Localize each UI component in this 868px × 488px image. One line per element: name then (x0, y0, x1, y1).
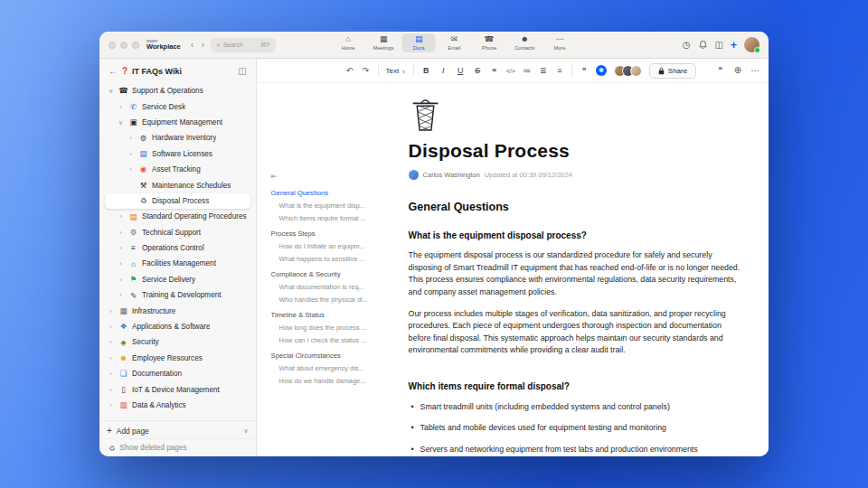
link-icon[interactable]: ⚭ (490, 67, 499, 75)
tree-chevron-icon[interactable]: › (107, 338, 115, 346)
code-icon[interactable]: </> (506, 68, 515, 74)
tree-chevron-icon[interactable]: › (117, 103, 125, 111)
outline-entry[interactable]: General Questions (271, 189, 394, 197)
tree-chevron-icon[interactable]: › (117, 229, 125, 237)
tree-chevron-icon[interactable]: › (127, 134, 135, 142)
tree-chevron-icon[interactable]: › (107, 307, 115, 315)
tree-chevron-icon[interactable]: › (127, 150, 135, 158)
page-tree-item[interactable]: › ⌂ Facilities Management (105, 256, 250, 271)
page-tree-item[interactable]: › ⚙ Technical Support (105, 225, 250, 240)
chevron-down-icon[interactable]: ∨ (243, 427, 248, 435)
page-tree-item[interactable]: › ❖ Applications & Software (105, 319, 250, 334)
page-tree-item[interactable]: › ✆ Service Desk (105, 99, 250, 114)
bulleted-list-icon[interactable]: ≔ (523, 67, 532, 75)
bold-button[interactable]: B (421, 66, 431, 75)
tree-chevron-icon[interactable]: › (117, 212, 125, 221)
nav-forward-icon[interactable]: › (200, 40, 205, 50)
app-tab[interactable]: ☎ Phone (473, 33, 506, 52)
add-page-button[interactable]: + Add page ∨ (105, 423, 250, 438)
tree-chevron-icon[interactable]: › (117, 259, 125, 267)
page-emoji-icon: ▦ (118, 307, 128, 315)
page-tree-item[interactable]: › ☻ Employee Resources (105, 351, 250, 366)
outline-entry[interactable]: How do we handle damage... (271, 377, 394, 385)
user-avatar[interactable] (744, 37, 760, 52)
notifications-bell-icon[interactable] (698, 37, 708, 53)
page-tree-item[interactable]: › ◈ Security (105, 334, 250, 350)
outline-entry[interactable]: Special Circumstances (271, 352, 394, 360)
outline-entry[interactable]: What about emergency dis... (271, 364, 394, 372)
globe-language-icon[interactable]: ⊕ (733, 66, 742, 75)
outline-entry[interactable]: How do I initiate an equipm... (271, 242, 394, 250)
app-tab[interactable]: ⋯ More (543, 33, 577, 52)
global-search-input[interactable]: ⌕ Search ⌘F (211, 38, 276, 52)
page-tree-item[interactable]: ♻ Disposal Process (105, 193, 250, 209)
outline-entry[interactable]: Which items require formal ... (271, 214, 394, 222)
sidebar-toggle-icon[interactable]: ◫ (715, 41, 723, 50)
collapse-outline-icon[interactable]: ⇤ (271, 172, 394, 181)
page-tree-item[interactable]: › ⚙ Hardware Inventory (105, 130, 250, 145)
history-icon[interactable]: ◷ (683, 41, 691, 50)
share-button[interactable]: Share (649, 63, 696, 79)
tree-chevron-icon[interactable]: › (117, 291, 125, 299)
collapse-sidebar-icon[interactable]: ◫ (238, 66, 246, 76)
collaborator-avatar[interactable] (630, 65, 642, 77)
page-tree-item[interactable]: › ⚑ Service Delivery (105, 272, 250, 287)
page-tree-item[interactable]: ⚒ Maintenance Schedules (105, 177, 250, 192)
page-tree-item[interactable]: › ≡ Operations Control (105, 240, 250, 256)
redo-icon[interactable]: ↷ (362, 67, 371, 75)
minimize-window-button[interactable] (120, 42, 127, 49)
page-tree-item[interactable]: › ◉ Asset Tracking (105, 162, 250, 177)
page-tree-item[interactable]: › ▦ Infrastructure (105, 303, 250, 318)
tree-chevron-icon[interactable]: › (107, 386, 115, 394)
outline-entry[interactable]: Who handles the physical di... (271, 296, 394, 304)
page-tree-item[interactable]: › ✎ Training & Development (105, 287, 250, 303)
tree-chevron-icon[interactable]: › (117, 276, 125, 284)
outline-entry[interactable]: How long does the process ... (271, 324, 394, 332)
page-tree-item[interactable]: › ▤ Standard Operating Procedures (105, 209, 250, 224)
outline-entry[interactable]: Compliance & Security (271, 270, 394, 278)
page-tree-item[interactable]: › ▥ Data & Analytics (105, 398, 250, 413)
italic-button[interactable]: I (439, 66, 448, 75)
back-arrow-icon[interactable]: ← (108, 66, 118, 76)
underline-button[interactable]: U (456, 66, 466, 75)
align-icon[interactable]: ≡ (555, 67, 564, 75)
outline-entry[interactable]: What is the equipment disp... (271, 202, 394, 210)
tree-chevron-icon[interactable]: › (107, 401, 115, 409)
page-tree-item[interactable]: ∨ ☎ Support & Operations (105, 83, 250, 99)
app-tab[interactable]: ▤ Docs (402, 33, 436, 52)
outline-entry[interactable]: Process Steps (271, 230, 394, 238)
tree-chevron-icon[interactable]: › (107, 354, 115, 362)
tree-chevron-icon[interactable]: ∨ (107, 87, 115, 95)
app-tab[interactable]: ⌂ Home (332, 33, 365, 52)
app-tab[interactable]: ☻ Contacts (508, 33, 542, 52)
outline-entry[interactable]: What happens to sensitive ... (271, 255, 394, 263)
document-pane[interactable]: Disposal Process Carlos Washington Updat… (401, 83, 769, 456)
app-tab[interactable]: ▦ Meetings (367, 33, 401, 52)
show-deleted-pages-button[interactable]: ♻ Show deleted pages (99, 438, 256, 456)
outline-entry[interactable]: How can I check the status ... (271, 336, 394, 344)
page-tree-item[interactable]: › ▤ Software Licenses (105, 146, 250, 162)
new-item-plus-icon[interactable]: + (731, 39, 737, 52)
tree-chevron-icon[interactable]: › (127, 165, 135, 174)
outline-entry[interactable]: What documentation is req... (271, 283, 394, 291)
page-tree-item[interactable]: › ▯ IoT & Device Management (105, 381, 250, 397)
checklist-icon[interactable]: ≣ (539, 67, 548, 75)
close-window-button[interactable] (108, 42, 116, 49)
ai-companion-icon[interactable]: ✱ (596, 65, 607, 76)
nav-back-icon[interactable]: ‹ (190, 40, 195, 50)
comments-panel-icon[interactable]: ❞ (716, 67, 725, 75)
page-tree-item[interactable]: ∨ ▣ Equipment Management (105, 115, 250, 130)
zoom-window-button[interactable] (132, 42, 139, 49)
tree-chevron-icon[interactable]: › (107, 323, 115, 331)
text-style-dropdown[interactable]: Text ∨ (386, 67, 406, 75)
tree-chevron-icon[interactable]: › (107, 370, 115, 378)
strikethrough-button[interactable]: S (473, 66, 483, 75)
app-tab[interactable]: ✉ Email (438, 33, 471, 52)
page-tree-item[interactable]: › ❏ Documentation (105, 366, 250, 381)
undo-icon[interactable]: ↶ (345, 67, 354, 75)
add-comment-icon[interactable]: ❝ (580, 67, 589, 75)
more-options-icon[interactable]: ⋯ (750, 67, 760, 75)
outline-entry[interactable]: Timeline & Status (271, 311, 394, 319)
tree-chevron-icon[interactable]: › (117, 244, 125, 252)
tree-chevron-icon[interactable]: ∨ (117, 118, 125, 127)
